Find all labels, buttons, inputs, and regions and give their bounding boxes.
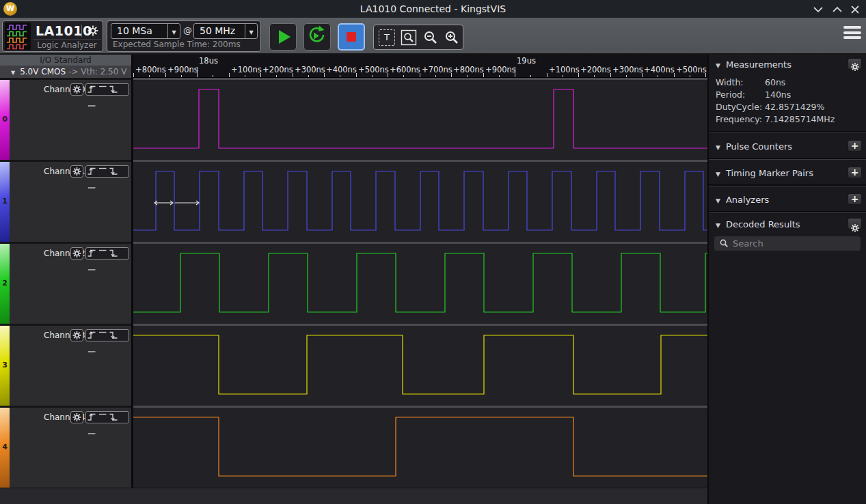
io-standard-selector[interactable]: ▼5.0V CMOS-> Vth: 2.50 V (0, 66, 131, 78)
add-pulse-counters-button[interactable]: + (848, 140, 862, 152)
ruler-tick (610, 73, 611, 77)
channel-color-stripe[interactable]: 4 (0, 408, 10, 488)
channel-settings-button[interactable] (70, 165, 83, 178)
chevron-down-icon[interactable]: ▼ (245, 24, 257, 38)
chevron-down-icon[interactable]: ▼ (167, 24, 180, 38)
section-title: Pulse Counters (726, 141, 792, 152)
waveform-4 (133, 408, 707, 488)
analyzers-header[interactable]: ▼Analyzers+ (709, 186, 866, 212)
measurement-row: Period:140ns (709, 89, 866, 101)
channel-settings-button[interactable] (70, 411, 83, 423)
measurement-row: Frequency:7.14285714MHz (709, 113, 866, 126)
trigger-buttons[interactable] (85, 247, 129, 260)
add-timing-marker-pairs-button[interactable]: + (848, 167, 862, 178)
measurement-value: 140ns (765, 89, 791, 101)
pulse-counters-header[interactable]: ▼Pulse Counters+ (709, 133, 866, 159)
waveform-area: +800ns+900ns18us+100ns+200ns+300ns+400ns… (133, 55, 707, 488)
repeat-run-button[interactable] (303, 23, 331, 51)
trigger-buttons[interactable] (85, 329, 129, 341)
ruler-minor-tick (213, 75, 213, 77)
menu-hamburger-icon[interactable] (843, 26, 861, 40)
device-subtitle: Logic Analyzer (33, 39, 101, 51)
rising-edge-trigger-icon[interactable] (87, 249, 97, 259)
sample-depth-select[interactable]: 10 MSa ▼ (111, 23, 180, 39)
falling-edge-trigger-icon[interactable] (109, 249, 119, 259)
kingstvis-window: W LA1010 Connected - KingstVIS LA1010 Lo… (0, 0, 866, 504)
ruler-tick-label: +900ns (485, 65, 516, 74)
rising-edge-trigger-icon[interactable] (87, 167, 97, 177)
low-level-trigger-icon[interactable] (87, 344, 97, 354)
close-icon[interactable] (850, 4, 861, 14)
channel-settings-button[interactable] (70, 247, 83, 260)
timing-marker-pairs-header[interactable]: ▼Timing Marker Pairs+ (709, 160, 866, 186)
ruler-tick-label: +300ns (295, 65, 325, 74)
decoded-results-header[interactable]: ▼Decoded Results (709, 213, 866, 235)
falling-edge-trigger-icon[interactable] (109, 331, 119, 341)
maximize-icon[interactable] (832, 4, 843, 14)
high-level-trigger-icon[interactable] (98, 167, 108, 177)
trigger-buttons[interactable] (85, 411, 129, 423)
low-level-trigger-icon[interactable] (87, 426, 97, 436)
stop-button[interactable] (338, 23, 365, 51)
search-input[interactable] (714, 236, 861, 251)
falling-edge-trigger-icon[interactable] (109, 85, 119, 95)
decoded-results-settings-button[interactable] (848, 218, 862, 229)
rising-edge-trigger-icon[interactable] (87, 85, 97, 95)
ruler-minor-tick (245, 75, 245, 77)
ruler-tick (324, 73, 325, 77)
waveform-lane-2[interactable] (133, 242, 707, 324)
device-logo-icon (5, 23, 31, 50)
channel-number: 1 (0, 197, 10, 206)
channel-color-stripe[interactable]: 2 (0, 244, 10, 324)
high-level-trigger-icon[interactable] (98, 331, 108, 341)
zoom-out-button[interactable] (422, 29, 439, 46)
trigger-buttons[interactable] (85, 83, 129, 96)
cursor-tool-button[interactable]: T (379, 29, 395, 46)
ruler-minor-tick (276, 75, 277, 77)
ruler-minor-tick (403, 75, 404, 77)
add-analyzers-button[interactable]: + (848, 193, 862, 205)
minimize-icon[interactable] (813, 4, 824, 14)
measurements-settings-button[interactable] (848, 58, 862, 70)
waveform-1 (133, 162, 707, 242)
zoom-in-button[interactable] (444, 29, 460, 46)
zoom-selection-button[interactable] (401, 29, 417, 46)
high-level-trigger-icon[interactable] (98, 249, 108, 259)
ruler-minor-tick (626, 75, 627, 77)
ruler-tick-label: +800ns (453, 65, 484, 74)
channel-color-stripe[interactable]: 0 (0, 80, 10, 160)
rising-edge-trigger-icon[interactable] (87, 412, 97, 423)
channel-settings-button[interactable] (70, 329, 83, 341)
section-title: Timing Marker Pairs (726, 168, 813, 178)
low-level-trigger-icon[interactable] (87, 180, 97, 191)
waveform-lane-1[interactable] (133, 160, 707, 242)
ruler-tick-label: +100ns (549, 65, 580, 74)
device-box: LA1010 Logic Analyzer (2, 20, 103, 52)
waveform-lane-4[interactable] (133, 406, 707, 488)
sample-rate-select[interactable]: 50 MHz ▼ (193, 23, 258, 39)
rising-edge-trigger-icon[interactable] (87, 331, 97, 341)
bottom-strip (0, 488, 707, 504)
high-level-trigger-icon[interactable] (98, 85, 108, 95)
ruler-tick (451, 73, 452, 77)
channel-color-stripe[interactable]: 1 (0, 162, 10, 242)
ruler-tick-label: +400ns (644, 65, 675, 74)
trigger-buttons[interactable] (85, 165, 129, 178)
device-settings-gear-icon[interactable] (81, 25, 99, 37)
ruler-tick-label: +800ns (135, 65, 166, 74)
high-level-trigger-icon[interactable] (98, 412, 108, 423)
falling-edge-trigger-icon[interactable] (109, 167, 119, 177)
channel-color-stripe[interactable]: 3 (0, 326, 10, 406)
toolbar: LA1010 Logic Analyzer 10 MSa ▼ @ 50 MHz … (0, 18, 866, 55)
low-level-trigger-icon[interactable] (87, 98, 97, 109)
falling-edge-trigger-icon[interactable] (109, 412, 119, 423)
time-ruler[interactable]: +800ns+900ns18us+100ns+200ns+300ns+400ns… (133, 55, 707, 78)
waveform-lane-0[interactable] (133, 78, 707, 160)
measurements-header[interactable]: ▼Measurements (709, 55, 866, 74)
waveform-lane-3[interactable] (133, 324, 707, 406)
channel-settings-button[interactable] (70, 83, 83, 96)
start-button[interactable] (269, 23, 297, 51)
ruler-minor-tick (530, 75, 531, 77)
ruler-tick-label: +100ns (231, 65, 262, 74)
low-level-trigger-icon[interactable] (87, 262, 97, 272)
